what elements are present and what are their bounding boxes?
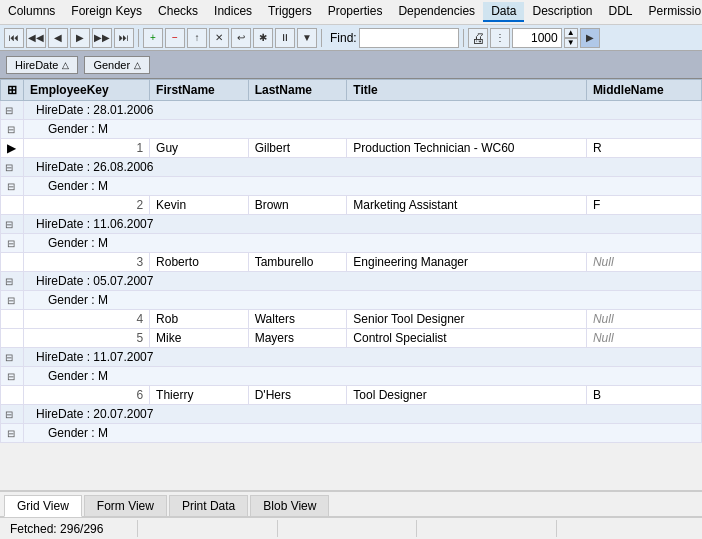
group-expand[interactable]: ⊟	[1, 348, 24, 367]
menu-checks[interactable]: Checks	[150, 2, 206, 22]
filter-btn[interactable]: ✱	[253, 28, 273, 48]
tab-print-data[interactable]: Print Data	[169, 495, 248, 516]
group-row: ⊟ Gender : M	[1, 177, 702, 196]
menu-ddl[interactable]: DDL	[601, 2, 641, 22]
group-expand[interactable]: ⊟	[1, 272, 24, 291]
dropdown-btn[interactable]: ▼	[297, 28, 317, 48]
find-input[interactable]	[359, 28, 459, 48]
group-pill-gender[interactable]: Gender △	[84, 56, 150, 74]
export-btn[interactable]: 🖨	[468, 28, 488, 48]
spinner-down[interactable]: ▼	[564, 38, 578, 48]
fetched-label: Fetched: 296/296	[10, 522, 103, 536]
cell-firstname[interactable]: Guy	[150, 139, 249, 158]
group-expand[interactable]: ⊟	[1, 120, 24, 139]
group-expand[interactable]: ⊟	[1, 424, 24, 443]
row-num: 3	[24, 253, 150, 272]
add-row-btn[interactable]: +	[143, 28, 163, 48]
group-expand[interactable]: ⊟	[1, 291, 24, 310]
pause-btn[interactable]: ⏸	[275, 28, 295, 48]
data-grid-container[interactable]: ⊞ EmployeeKey FirstName LastName Title M…	[0, 79, 702, 491]
limit-spinner[interactable]: ▲ ▼	[564, 28, 578, 48]
col-title[interactable]: Title	[347, 80, 587, 101]
cell-lastname[interactable]: Walters	[248, 310, 347, 329]
cell-firstname[interactable]: Mike	[150, 329, 249, 348]
col-last-name[interactable]: LastName	[248, 80, 347, 101]
group-expand[interactable]: ⊟	[1, 367, 24, 386]
menu-data[interactable]: Data	[483, 2, 524, 22]
menu-dependencies[interactable]: Dependencies	[390, 2, 483, 22]
cell-title[interactable]: Control Specialist	[347, 329, 587, 348]
nav-first-btn[interactable]: ⏮	[4, 28, 24, 48]
nav-last-btn[interactable]: ⏭	[114, 28, 134, 48]
row-num: 6	[24, 386, 150, 405]
menu-permissions[interactable]: Permissions	[641, 2, 702, 22]
cell-firstname[interactable]: Rob	[150, 310, 249, 329]
cell-middle[interactable]: Null	[586, 310, 701, 329]
cell-firstname[interactable]: Roberto	[150, 253, 249, 272]
cancel-btn[interactable]: ✕	[209, 28, 229, 48]
cell-title[interactable]: Senior Tool Designer	[347, 310, 587, 329]
cell-lastname[interactable]: Brown	[248, 196, 347, 215]
cell-middle[interactable]: Null	[586, 253, 701, 272]
nav-prev-many-btn[interactable]: ◀◀	[26, 28, 46, 48]
cell-middle[interactable]: R	[586, 139, 701, 158]
menu-indices[interactable]: Indices	[206, 2, 260, 22]
menu-description[interactable]: Description	[524, 2, 600, 22]
col-middle-name[interactable]: MiddleName	[586, 80, 701, 101]
group-label: HireDate : 11.06.2007	[24, 215, 702, 234]
col-icon: ⊞	[1, 80, 24, 101]
tab-form-view[interactable]: Form View	[84, 495, 167, 516]
cell-lastname[interactable]: Gilbert	[248, 139, 347, 158]
group-expand[interactable]: ⊟	[1, 215, 24, 234]
group-expand[interactable]: ⊟	[1, 101, 24, 120]
group-expand[interactable]: ⊟	[1, 234, 24, 253]
group-expand[interactable]: ⊟	[1, 177, 24, 196]
col-employee-key[interactable]: EmployeeKey	[24, 80, 150, 101]
group-pill-hiredate[interactable]: HireDate △	[6, 56, 78, 74]
menu-properties[interactable]: Properties	[320, 2, 391, 22]
delete-row-btn[interactable]: −	[165, 28, 185, 48]
menu-foreign-keys[interactable]: Foreign Keys	[63, 2, 150, 22]
cell-firstname[interactable]: Thierry	[150, 386, 249, 405]
group-label: Gender : M	[24, 234, 702, 253]
cell-lastname[interactable]: D'Hers	[248, 386, 347, 405]
cell-middle[interactable]: F	[586, 196, 701, 215]
cell-title[interactable]: Engineering Manager	[347, 253, 587, 272]
refresh-btn[interactable]: ↩	[231, 28, 251, 48]
group-label: Gender : M	[24, 120, 702, 139]
group-expand[interactable]: ⊟	[1, 158, 24, 177]
bottom-tabs: Grid View Form View Print Data Blob View	[0, 491, 702, 517]
nav-next-btn[interactable]: ▶	[70, 28, 90, 48]
tab-grid-view[interactable]: Grid View	[4, 495, 82, 517]
group-row: ⊟ HireDate : 11.06.2007	[1, 215, 702, 234]
group-expand[interactable]: ⊟	[1, 405, 24, 424]
save-btn[interactable]: ↑	[187, 28, 207, 48]
execute-btn[interactable]: ▶	[580, 28, 600, 48]
status-5	[565, 520, 696, 537]
spinner-up[interactable]: ▲	[564, 28, 578, 38]
sep3	[463, 29, 464, 47]
nav-next-many-btn[interactable]: ▶▶	[92, 28, 112, 48]
cell-middle[interactable]: Null	[586, 329, 701, 348]
cell-middle[interactable]: B	[586, 386, 701, 405]
group-label: Gender : M	[24, 367, 702, 386]
menu-columns[interactable]: Columns	[0, 2, 63, 22]
row-marker	[1, 310, 24, 329]
row-marker	[1, 329, 24, 348]
options-btn[interactable]: ⋮	[490, 28, 510, 48]
limit-input[interactable]	[512, 28, 562, 48]
cell-lastname[interactable]: Mayers	[248, 329, 347, 348]
cell-firstname[interactable]: Kevin	[150, 196, 249, 215]
menu-triggers[interactable]: Triggers	[260, 2, 320, 22]
col-first-name[interactable]: FirstName	[150, 80, 249, 101]
find-label: Find:	[330, 31, 357, 45]
cell-title[interactable]: Production Technician - WC60	[347, 139, 587, 158]
nav-prev-btn[interactable]: ◀	[48, 28, 68, 48]
group-pill-hiredate-label: HireDate	[15, 59, 58, 71]
cell-lastname[interactable]: Tamburello	[248, 253, 347, 272]
tab-blob-view[interactable]: Blob View	[250, 495, 329, 516]
group-row: ⊟ Gender : M	[1, 424, 702, 443]
cell-title[interactable]: Tool Designer	[347, 386, 587, 405]
cell-title[interactable]: Marketing Assistant	[347, 196, 587, 215]
sep1	[138, 29, 139, 47]
